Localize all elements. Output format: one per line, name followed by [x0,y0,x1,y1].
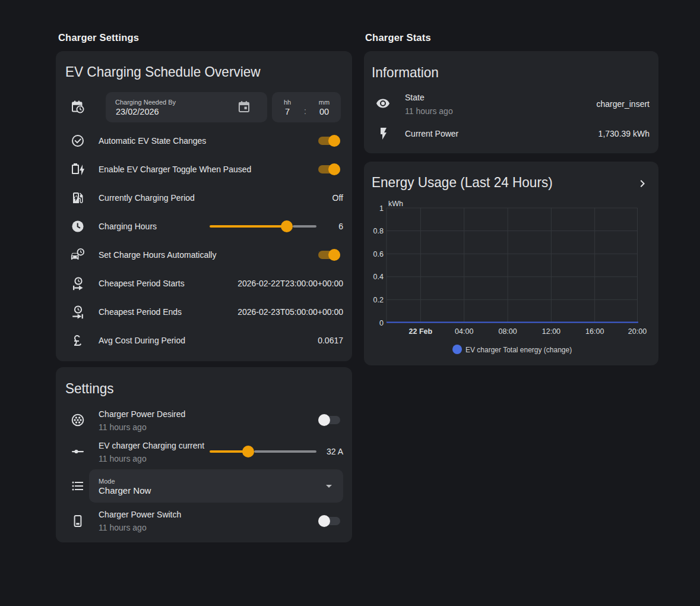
svg-text:16:00: 16:00 [585,327,604,336]
svg-text:1: 1 [379,204,384,213]
svg-text:22 Feb: 22 Feb [409,327,433,336]
svg-text:0.8: 0.8 [373,227,384,235]
svg-text:0: 0 [379,319,384,327]
svg-text:20:00: 20:00 [628,327,647,336]
svg-text:08:00: 08:00 [498,327,517,336]
svg-text:12:00: 12:00 [542,327,560,336]
svg-text:EV charger Total energy (chang: EV charger Total energy (change) [465,346,572,354]
svg-text:0.2: 0.2 [373,296,384,304]
svg-text:0.4: 0.4 [373,273,384,281]
svg-text:0.6: 0.6 [373,250,384,258]
svg-text:04:00: 04:00 [455,327,473,336]
svg-text:kWh: kWh [388,200,403,208]
